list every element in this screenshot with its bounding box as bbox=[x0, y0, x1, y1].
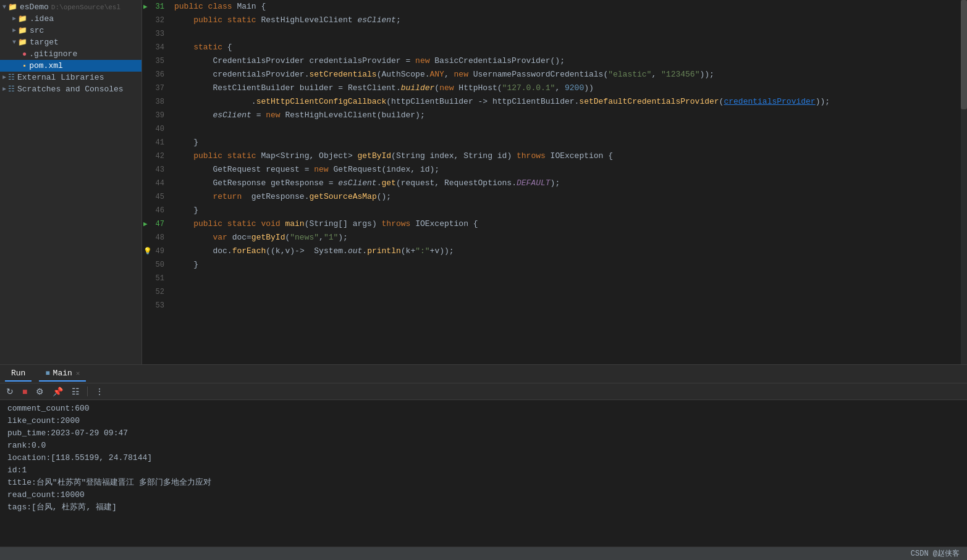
token: , bbox=[555, 83, 565, 93]
code-line: 34 static { bbox=[142, 41, 961, 54]
sidebar-item-esDemo[interactable]: ▼ 📁 esDemo D:\openSource\esl bbox=[0, 1, 141, 13]
code-line: 43 GetRequest request = new GetRequest(i… bbox=[142, 163, 961, 177]
token: ( bbox=[396, 178, 401, 188]
code-line: 53 bbox=[142, 299, 961, 312]
token: String bbox=[309, 219, 338, 228]
token bbox=[247, 192, 251, 201]
token: { bbox=[261, 2, 266, 11]
code-text: } bbox=[172, 204, 961, 217]
token: ); bbox=[551, 178, 560, 188]
token: static bbox=[227, 219, 261, 228]
tab-close-btn[interactable]: ✕ bbox=[76, 369, 80, 377]
code-inner: ▶31public class Main {32 public static R… bbox=[142, 0, 967, 364]
token: GetRequest bbox=[333, 165, 381, 174]
token: public bbox=[174, 151, 227, 161]
token: . bbox=[396, 83, 401, 93]
run-gutter-icon[interactable]: ▶ bbox=[143, 217, 148, 231]
token: "1" bbox=[324, 233, 338, 242]
token: -> bbox=[478, 97, 492, 106]
library-icon: ☷ bbox=[8, 73, 15, 82]
bottom-panel: Run ■ Main ✕ ↻ ■ ⚙ 📌 ☷ ⋮ comment_count:6… bbox=[0, 364, 967, 546]
layout-btn[interactable]: ☷ bbox=[69, 385, 82, 398]
line-number: 52 bbox=[142, 285, 172, 299]
token: (( bbox=[266, 246, 276, 256]
tab-main[interactable]: ■ Main ✕ bbox=[39, 366, 86, 382]
stop-btn[interactable]: ■ bbox=[20, 385, 30, 398]
token: RestClientBuilder bbox=[174, 83, 300, 93]
sidebar-item-external[interactable]: ► ☷ External Libraries bbox=[0, 72, 141, 83]
bulb-gutter-icon[interactable]: 💡 bbox=[143, 244, 152, 258]
more-btn[interactable]: ⋮ bbox=[93, 385, 106, 398]
target-folder-icon: 📁 bbox=[18, 38, 27, 47]
token: , bbox=[651, 70, 661, 79]
line-number: 38 bbox=[142, 95, 172, 109]
status-bar: CSDN @赵侠客 bbox=[0, 546, 967, 560]
sidebar-item-gitignore[interactable]: ● .gitignore bbox=[0, 48, 141, 60]
code-text: public static void main(String[] args) t… bbox=[172, 217, 961, 231]
line-number: 50 bbox=[142, 258, 172, 272]
token: GetRequest bbox=[174, 165, 266, 174]
line-number: 39 bbox=[142, 109, 172, 122]
token: println bbox=[367, 246, 401, 256]
token: , bbox=[434, 178, 444, 188]
token: new bbox=[314, 165, 333, 174]
code-text: public static RestHighLevelClient esClie… bbox=[172, 14, 961, 27]
line-number: 34 bbox=[142, 41, 172, 54]
code-text: GetRequest request = new GetRequest(inde… bbox=[172, 163, 961, 177]
token: ); bbox=[415, 111, 425, 120]
token: getById bbox=[358, 151, 392, 161]
rerun-btn[interactable]: ↻ bbox=[4, 385, 16, 398]
code-text: return getResponse.getSourceAsMap(); bbox=[172, 190, 961, 204]
token: CredentialsProvider bbox=[174, 56, 309, 65]
token: RestClient bbox=[348, 83, 396, 93]
code-line: ▶47 public static void main(String[] arg… bbox=[142, 217, 961, 231]
token: ( bbox=[497, 83, 502, 93]
code-line: 37 RestClientBuilder builder = RestClien… bbox=[142, 81, 961, 95]
code-line: 38 .setHttpClientConfigCallback(httpClie… bbox=[142, 95, 961, 109]
sidebar-item-pomxml[interactable]: ▪ pom.xml bbox=[0, 60, 141, 72]
line-number: ▶31 bbox=[142, 0, 172, 14]
console-output[interactable]: comment_count:600like_count:2000pub_time… bbox=[0, 400, 967, 546]
code-line: ▶31public class Main { bbox=[142, 0, 961, 14]
token: , bbox=[410, 165, 420, 174]
sidebar-item-target[interactable]: ▼ 📁 target bbox=[0, 36, 141, 48]
token: Main bbox=[237, 2, 261, 11]
sidebar-item-label: esDemo bbox=[20, 2, 49, 12]
token: ; bbox=[396, 15, 401, 25]
line-number: 36 bbox=[142, 68, 172, 81]
token: esClient bbox=[357, 15, 395, 25]
token: esClient bbox=[338, 178, 376, 188]
code-line: 46 } bbox=[142, 204, 961, 217]
code-scroll[interactable]: ▶31public class Main {32 public static R… bbox=[142, 0, 961, 364]
pin-btn[interactable]: 📌 bbox=[50, 385, 65, 398]
line-number: 33 bbox=[142, 27, 172, 41]
token: { bbox=[608, 151, 613, 161]
token: getSourceAsMap bbox=[309, 192, 376, 201]
sidebar-item-label: pom.xml bbox=[29, 61, 63, 70]
run-tab-label: Run bbox=[11, 369, 25, 378]
code-line: 41 } bbox=[142, 136, 961, 149]
token: ) bbox=[372, 219, 382, 228]
settings-btn[interactable]: ⚙ bbox=[33, 385, 46, 398]
sidebar-item-idea[interactable]: ► 📁 .idea bbox=[0, 13, 141, 25]
code-line: 44 GetResponse getResponse = esClient.ge… bbox=[142, 177, 961, 190]
token[interactable]: credentialsProvider bbox=[724, 97, 815, 106]
token: getResponse bbox=[251, 192, 305, 201]
token: index bbox=[430, 151, 454, 161]
token: credentialsProvider bbox=[309, 56, 405, 65]
token: httpClientBuilder bbox=[492, 97, 575, 106]
tab-run[interactable]: Run bbox=[5, 366, 32, 382]
sidebar-item-label: .gitignore bbox=[29, 49, 77, 59]
code-lines: ▶31public class Main {32 public static R… bbox=[142, 0, 961, 312]
token: = bbox=[247, 233, 251, 242]
code-line: 50 } bbox=[142, 258, 961, 272]
code-text: var doc=getById("news","1"); bbox=[172, 231, 961, 244]
sidebar-item-scratches[interactable]: ► ☷ Scratches and Consoles bbox=[0, 83, 141, 95]
editor-scrollbar[interactable] bbox=[961, 0, 967, 364]
run-gutter-icon[interactable]: ▶ bbox=[143, 0, 148, 14]
token: static bbox=[174, 43, 227, 52]
expand-arrow-scratches: ► bbox=[2, 86, 6, 93]
token: (); bbox=[377, 192, 391, 201]
sidebar-item-src[interactable]: ► 📁 src bbox=[0, 25, 141, 36]
console-line: tags:[台风, 杜苏芮, 福建] bbox=[7, 501, 960, 514]
